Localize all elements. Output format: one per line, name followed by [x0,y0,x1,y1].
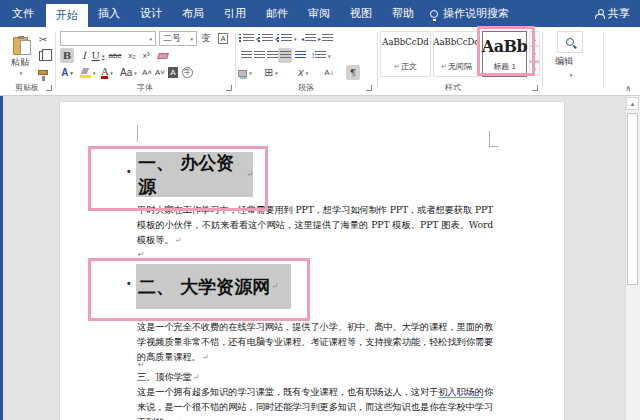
decrease-indent-button[interactable]: ◂ [301,31,316,46]
tab-view[interactable]: 视图 [340,0,382,27]
paragraph-mark: ↵ [174,236,181,245]
lightbulb-icon [430,10,438,18]
font-dialog-launcher[interactable] [226,85,232,91]
change-case-button[interactable]: Aa ▾ [120,65,137,80]
bold-button[interactable]: B [60,48,74,63]
strikethrough-button[interactable]: abc [108,48,122,63]
text-effects-button[interactable]: A ▾ [60,65,74,80]
style-no-spacing[interactable]: AaBbCcDd ↵无间隔 [433,31,480,77]
character-border-button[interactable]: A [216,31,230,46]
tab-design[interactable]: 设计 [130,0,172,27]
pinyin-guide-icon: 变 [202,32,211,45]
subscript-button[interactable]: x₂ [125,48,139,63]
editing-caret-button[interactable]: ▾ [563,67,577,82]
justify-button[interactable] [278,48,292,63]
heading1-selected-text[interactable]: 一、 办公资源↵ [136,152,253,197]
font-name-caret-icon: ▾ [149,36,152,42]
numbered-list-icon [262,34,273,43]
underline-label: U [92,50,100,61]
tab-layout[interactable]: 布局 [172,0,214,27]
scrollbar-up-button[interactable]: ▲ [626,97,639,110]
font-color-button[interactable]: A ▾ [100,65,114,80]
heading2-selected-text[interactable]: 二、 大学资源网↵ [136,264,291,309]
paste-label: 粘贴 [11,56,29,69]
format-painter-icon [38,70,48,75]
tell-me-search[interactable]: 操作说明搜索 [430,0,509,27]
clipboard-dialog-launcher[interactable] [46,85,52,91]
font-name-select[interactable]: ▾ [60,31,156,46]
align-left-button[interactable] [239,48,253,63]
paragraph-2-text: 这是一个完全不收费的在线学习网站，提供了小学、初中、高中、大学的课程，里面的教学… [137,321,493,362]
highlight-color-button[interactable]: ▾ [80,65,96,80]
collapse-ribbon-button[interactable]: ∧ [625,84,631,93]
grow-font-button[interactable]: A˄ [140,65,154,80]
distribute-button[interactable] [293,48,307,63]
strikethrough-label: abc [109,51,122,60]
shrink-font-button[interactable]: A˅ [153,65,167,80]
heading1-text: 一、 办公资源 [138,151,245,199]
cut-button[interactable]: ✂ [36,32,50,47]
paragraph-mark: ↵ [246,170,253,179]
tab-mailings[interactable]: 邮件 [256,0,298,27]
paste-button[interactable]: 粘贴 ▾ [4,31,36,81]
font-color-icon: A [101,67,108,79]
editing-caret-icon: ▾ [570,72,573,78]
styles-dialog-launcher[interactable] [532,85,538,91]
line-spacing-button[interactable]: ↕ ▾ [311,48,331,63]
italic-label: I [82,50,86,61]
paste-caret-icon: ▾ [20,70,23,76]
format-painter-button[interactable] [36,65,50,80]
scrollbar-up-icon: ▲ [630,101,636,107]
tab-insert[interactable]: 插入 [88,0,130,27]
numbered-list-button[interactable]: ▾ [258,31,278,46]
window-left-edge [0,96,3,420]
character-shading-button[interactable]: A [166,65,180,80]
share-label: 共享 [608,6,630,21]
clear-formatting-button[interactable] [156,48,170,63]
paragraph-2[interactable]: 这是一个完全不收费的在线学习网站，提供了小学、初中、高中、大学的课程，里面的教学… [137,319,493,365]
scrollbar-thumb[interactable] [627,113,638,285]
character-border-icon: A [218,33,228,44]
increase-indent-button[interactable]: ▸ [318,31,333,46]
group-separator [377,32,378,88]
italic-button[interactable]: I [77,48,91,63]
paragraph-3[interactable]: 这是一个拥有超多知识的学习课堂，既有专业课程，也有职场达人，这对于初入职场的你来… [137,384,493,420]
paragraph-dialog-launcher[interactable] [366,85,372,91]
align-right-button[interactable] [265,48,279,63]
asian-layout-button[interactable]: X ▾ [296,65,310,80]
enclose-characters-button[interactable]: 字 [180,65,194,80]
show-hide-marks-button[interactable]: ¶ [346,65,360,80]
grow-font-label: A˄ [142,68,152,77]
scissors-icon: ✂ [39,34,47,45]
underline-button[interactable]: U ▾ [91,48,105,63]
tab-home[interactable]: 开始 [46,4,88,27]
heading-3[interactable]: 三、顶你学堂↵ [137,369,493,385]
align-left-icon [241,51,252,60]
tab-help[interactable]: 帮助 [382,0,424,27]
align-center-button[interactable] [252,48,266,63]
bullet-list-icon [243,34,254,43]
tab-references[interactable]: 引用 [214,0,256,27]
style-normal[interactable]: AaBbCcDd ↵正文 [380,31,431,77]
line-spacing-lines-icon [315,51,326,60]
font-size-select[interactable]: 二号 ▾ [159,31,197,46]
copy-button[interactable] [36,48,50,63]
sort-button[interactable]: A↓ [322,65,336,80]
pinyin-guide-button[interactable]: 变 [199,31,213,46]
styles-group-label: 样式 [378,82,528,93]
paragraph-3-underlined-text: 初入职场的 [438,386,484,398]
shading-button[interactable]: ▾ [238,65,252,80]
group-separator [603,32,604,88]
search-icon [566,38,574,46]
paragraph-style-mark-icon: ↵ [441,63,447,71]
tab-file[interactable]: 文件 [0,0,46,27]
bullet-list-button[interactable]: ▾ [239,31,259,46]
font-color-caret-icon: ▾ [110,70,113,76]
superscript-button[interactable]: x³ [139,48,153,63]
borders-button[interactable]: ⊞ ▾ [264,65,278,80]
multilevel-list-button[interactable]: ▾ [277,31,297,46]
person-icon [595,9,604,18]
editing-button[interactable] [557,31,583,53]
tab-review[interactable]: 审阅 [298,0,340,27]
share-button[interactable]: 共享 [595,0,640,27]
